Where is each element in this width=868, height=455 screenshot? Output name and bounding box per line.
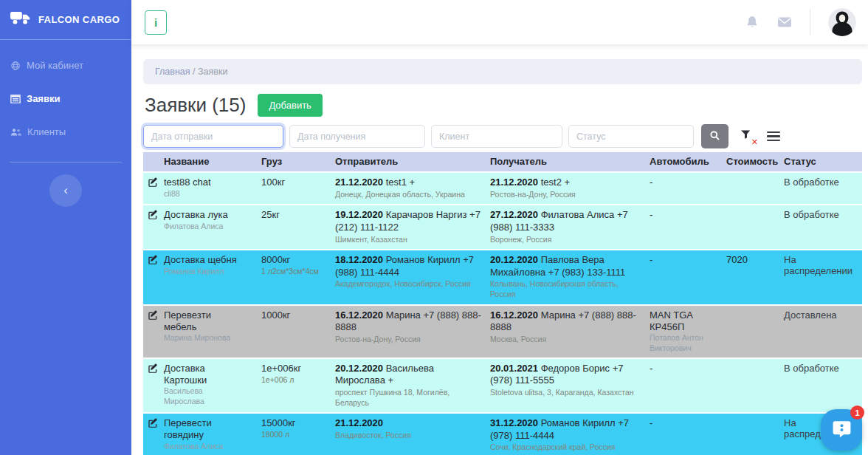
vehicle-model: - (650, 417, 720, 429)
table-row[interactable]: Перевести говядину Филатова Алиса 15000к… (143, 414, 862, 455)
vehicle-model: - (650, 177, 720, 188)
request-client: Филатова Алиса (164, 222, 244, 231)
cost (726, 309, 784, 353)
cargo-weight: 8000кг (261, 254, 329, 266)
cargo-weight: 1e+006кг (261, 363, 329, 374)
request-client: Васильева Мирослава (164, 386, 244, 406)
date-to-input[interactable] (289, 125, 425, 148)
vehicle-plate: КР456П (650, 321, 720, 333)
sidebar: FALCON CARGO Мой кабинет (0, 0, 131, 455)
vehicle-model: - (650, 254, 720, 266)
sender-date: 16.12.2020 (335, 309, 383, 321)
mail-icon[interactable] (777, 16, 792, 28)
request-client: Романов Кирилл (164, 267, 244, 276)
col-cost: Стоимость (726, 156, 784, 167)
cargo-weight: 25кг (261, 209, 329, 221)
chat-fab-button[interactable]: 1 (821, 409, 862, 451)
status-badge: В обработке (784, 209, 862, 244)
col-vehicle: Автомобиль (650, 156, 726, 167)
receiver-address: Stoletova ulitsa, 3, Караганда, Казахста… (490, 388, 644, 398)
info-button[interactable]: i (145, 10, 167, 35)
logo[interactable]: FALCON CARGO (0, 0, 131, 40)
sidebar-collapse-button[interactable]: ‹ (49, 174, 82, 207)
breadcrumb-home-link[interactable]: Главная (155, 66, 190, 77)
col-edit (143, 156, 164, 167)
table-body: test88 chat cli88 100кг 21.12.2020 test1… (143, 173, 862, 455)
page-title: Заявки (15) (145, 94, 246, 117)
sidebar-item-cabinet[interactable]: Мой кабинет (0, 52, 131, 79)
col-receiver: Получатель (490, 156, 650, 167)
breadcrumb-current: Заявки (198, 66, 227, 77)
sender-date: 18.12.2020 (335, 254, 383, 265)
sidebar-nav: Мой кабинет Заявки (0, 40, 131, 154)
cost (726, 209, 784, 244)
requests-table: Название Груз Отправитель Получатель Авт… (143, 152, 862, 455)
list-window-icon (10, 94, 21, 104)
vehicle-model: MAN TGA (650, 309, 720, 321)
content: Главная / Заявки Заявки (15) Добавить (131, 44, 868, 455)
table-row[interactable]: Перевезти мебель Марина Миронова 1000кг … (143, 306, 862, 358)
request-name: Доставка щебня (164, 254, 244, 266)
edit-icon[interactable] (143, 177, 164, 199)
vehicle-model: - (650, 363, 720, 374)
edit-icon[interactable] (143, 363, 164, 408)
edit-icon[interactable] (143, 209, 164, 244)
sender-address: Владивосток, Россия (335, 431, 484, 441)
table-row[interactable]: test88 chat cli88 100кг 21.12.2020 test1… (143, 173, 862, 204)
cargo-weight: 15000кг (261, 417, 329, 429)
request-name: Перевести говядину (164, 417, 244, 441)
sender-date: 20.12.2020 (335, 363, 383, 374)
topbar: i (131, 0, 868, 44)
search-icon (709, 130, 720, 143)
col-sender: Отправитель (335, 156, 490, 167)
date-from-input[interactable] (143, 125, 283, 148)
table-row[interactable]: Доставка щебня Романов Кирилл 8000кг 1 л… (143, 250, 862, 304)
menu-icon[interactable] (767, 131, 780, 142)
sidebar-item-label: Мой кабинет (27, 60, 83, 71)
users-icon (10, 128, 21, 137)
receiver-date: 20.12.2020 (490, 254, 538, 265)
add-button[interactable]: Добавить (258, 94, 322, 117)
bell-icon[interactable] (745, 15, 760, 30)
status-input[interactable] (568, 125, 694, 148)
sender-contact: test1 + (386, 177, 415, 188)
col-status: Статус (784, 156, 862, 167)
truck-icon (10, 10, 32, 30)
status-badge: На распределении (784, 254, 862, 300)
main-area: i (131, 0, 868, 455)
sidebar-item-clients[interactable]: Клиенты (0, 118, 131, 146)
avatar[interactable] (828, 8, 856, 36)
receiver-contact: test2 + (541, 177, 570, 188)
request-name: test88 chat (164, 177, 244, 188)
search-button[interactable] (701, 124, 728, 148)
receiver-date: 16.12.2020 (490, 309, 538, 321)
col-name: Название (164, 156, 261, 167)
edit-icon[interactable] (143, 309, 164, 353)
client-input[interactable] (431, 125, 562, 148)
logo-text: FALCON CARGO (38, 14, 120, 25)
vehicle-model: - (650, 209, 720, 221)
receiver-date: 31.12.2020 (490, 417, 538, 428)
table-row[interactable]: Доставка Картошки Васильева Мирослава 1e… (143, 359, 862, 413)
edit-icon[interactable] (143, 417, 164, 453)
clear-x-icon: ✕ (751, 137, 758, 147)
receiver-address: Ростов-на-Дону, Россия (490, 190, 644, 200)
topbar-right (745, 8, 856, 36)
status-badge: В обработке (784, 177, 862, 199)
sidebar-item-label: Клиенты (27, 126, 66, 137)
receiver-address: Сочи, Краснодарский край, Россия (490, 442, 644, 453)
cost: 7020 (726, 254, 784, 300)
filter-row: ✕ (143, 124, 862, 148)
sender-date: 19.12.2020 (335, 209, 383, 220)
cost (726, 363, 784, 408)
sidebar-item-requests[interactable]: Заявки (0, 85, 131, 112)
request-client: Марина Миронова (164, 333, 244, 343)
sender-address: проспект Пушкина 18, Могилёв, Беларусь (335, 388, 484, 408)
receiver-address: Москва, Россия (490, 335, 644, 345)
table-row[interactable]: Доставка лука Филатова Алиса 25кг 19.12.… (143, 205, 862, 249)
edit-icon[interactable] (143, 254, 164, 300)
col-cargo: Груз (261, 156, 335, 167)
sidebar-item-label: Заявки (27, 93, 60, 104)
receiver-address: Воронеж, Россия (490, 235, 644, 245)
clear-filters-button[interactable]: ✕ (740, 129, 757, 144)
